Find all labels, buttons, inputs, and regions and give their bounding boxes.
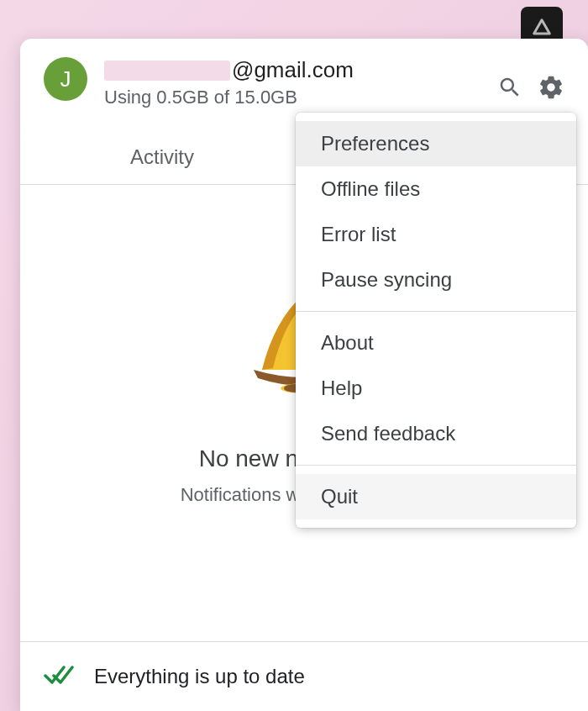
- drive-panel: J @gmail.com Using 0.5GB of 15.0GB Acti: [20, 39, 588, 711]
- account-info: @gmail.com Using 0.5GB of 15.0GB: [104, 57, 480, 108]
- gear-icon: [538, 74, 564, 101]
- menu-item-help[interactable]: Help: [296, 366, 576, 411]
- drive-triangle-icon: [530, 16, 554, 40]
- email-address: @gmail.com: [104, 57, 480, 83]
- menu-item-preferences[interactable]: Preferences: [296, 121, 576, 166]
- status-footer: Everything is up to date: [20, 641, 588, 711]
- search-icon: [497, 75, 522, 100]
- avatar[interactable]: J: [44, 57, 87, 101]
- menu-item-error-list[interactable]: Error list: [296, 212, 576, 257]
- avatar-initial: J: [60, 66, 71, 92]
- email-domain: @gmail.com: [232, 57, 354, 83]
- settings-button[interactable]: [538, 74, 564, 104]
- tab-activity[interactable]: Activity: [20, 134, 304, 184]
- search-button[interactable]: [497, 75, 522, 103]
- menu-item-about[interactable]: About: [296, 320, 576, 366]
- menu-item-send-feedback[interactable]: Send feedback: [296, 411, 576, 456]
- sync-status-text: Everything is up to date: [94, 665, 305, 688]
- panel-header: J @gmail.com Using 0.5GB of 15.0GB: [20, 39, 588, 108]
- settings-dropdown-menu: Preferences Offline files Error list Pau…: [296, 113, 576, 528]
- menu-item-quit[interactable]: Quit: [296, 474, 576, 519]
- sync-status-icon: [44, 664, 74, 689]
- menu-divider: [296, 465, 576, 466]
- menu-divider: [296, 311, 576, 312]
- menu-item-offline-files[interactable]: Offline files: [296, 166, 576, 212]
- email-redacted-portion: [104, 61, 230, 81]
- menu-item-pause-syncing[interactable]: Pause syncing: [296, 257, 576, 303]
- double-checkmark-icon: [44, 664, 74, 686]
- storage-usage-text: Using 0.5GB of 15.0GB: [104, 87, 480, 108]
- header-actions: [497, 57, 564, 104]
